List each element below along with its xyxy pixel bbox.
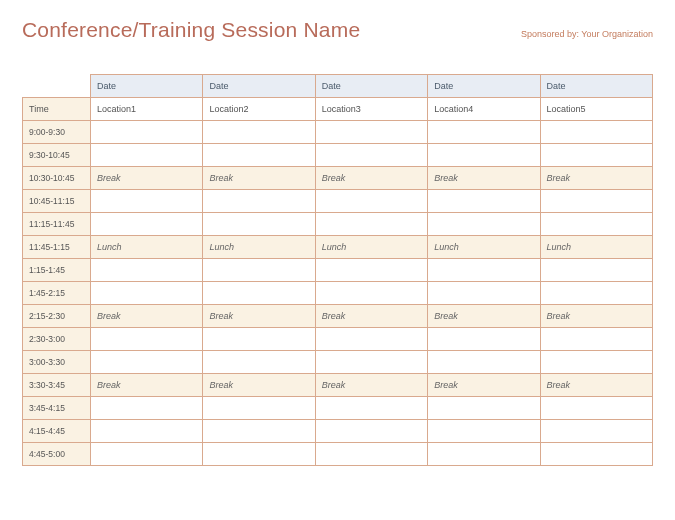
location-header: Location3	[315, 98, 427, 121]
slot-cell	[315, 213, 427, 236]
slot-cell	[203, 420, 315, 443]
sponsor-text: Sponsored by: Your Organization	[521, 29, 653, 39]
slot-cell	[540, 121, 652, 144]
slot-cell	[428, 213, 540, 236]
time-cell: 11:45-1:15	[23, 236, 91, 259]
slot-cell	[91, 213, 203, 236]
slot-cell	[428, 351, 540, 374]
time-cell: 11:15-11:45	[23, 213, 91, 236]
location-header: Location4	[428, 98, 540, 121]
slot-cell	[91, 121, 203, 144]
time-cell: 10:30-10:45	[23, 167, 91, 190]
slot-cell	[315, 190, 427, 213]
page-title: Conference/Training Session Name	[22, 18, 360, 42]
slot-cell: Break	[203, 305, 315, 328]
slot-cell: Break	[203, 374, 315, 397]
slot-cell	[428, 144, 540, 167]
schedule-row: 2:30-3:00	[23, 328, 653, 351]
slot-cell: Lunch	[540, 236, 652, 259]
slot-cell: Lunch	[203, 236, 315, 259]
corner-cell	[23, 75, 91, 98]
slot-cell	[540, 213, 652, 236]
slot-cell	[315, 282, 427, 305]
slot-cell: Break	[428, 305, 540, 328]
schedule-row: 1:45-2:15	[23, 282, 653, 305]
slot-cell	[203, 443, 315, 466]
slot-cell	[91, 282, 203, 305]
date-header: Date	[428, 75, 540, 98]
date-header: Date	[203, 75, 315, 98]
slot-cell: Break	[315, 305, 427, 328]
schedule-row: 3:30-3:45BreakBreakBreakBreakBreak	[23, 374, 653, 397]
slot-cell: Lunch	[428, 236, 540, 259]
location-header: Location1	[91, 98, 203, 121]
slot-cell	[91, 443, 203, 466]
slot-cell: Break	[540, 374, 652, 397]
schedule-body: 9:00-9:309:30-10:4510:30-10:45BreakBreak…	[23, 121, 653, 466]
location-header-row: Time Location1 Location2 Location3 Locat…	[23, 98, 653, 121]
slot-cell: Break	[315, 374, 427, 397]
slot-cell	[428, 121, 540, 144]
schedule-row: 9:30-10:45	[23, 144, 653, 167]
slot-cell	[91, 397, 203, 420]
time-cell: 9:00-9:30	[23, 121, 91, 144]
slot-cell	[428, 190, 540, 213]
slot-cell	[203, 328, 315, 351]
slot-cell	[315, 144, 427, 167]
time-cell: 3:00-3:30	[23, 351, 91, 374]
slot-cell	[91, 144, 203, 167]
slot-cell	[428, 443, 540, 466]
time-column-header: Time	[23, 98, 91, 121]
schedule-row: 3:45-4:15	[23, 397, 653, 420]
slot-cell	[315, 328, 427, 351]
slot-cell	[428, 328, 540, 351]
slot-cell	[540, 420, 652, 443]
slot-cell	[203, 121, 315, 144]
schedule-row: 9:00-9:30	[23, 121, 653, 144]
time-cell: 2:15-2:30	[23, 305, 91, 328]
slot-cell: Break	[540, 305, 652, 328]
time-cell: 4:45-5:00	[23, 443, 91, 466]
slot-cell	[540, 259, 652, 282]
time-cell: 1:15-1:45	[23, 259, 91, 282]
slot-cell	[540, 282, 652, 305]
slot-cell	[91, 259, 203, 282]
slot-cell	[428, 259, 540, 282]
slot-cell: Lunch	[91, 236, 203, 259]
slot-cell: Break	[203, 167, 315, 190]
slot-cell	[540, 397, 652, 420]
date-header-row: Date Date Date Date Date	[23, 75, 653, 98]
time-cell: 1:45-2:15	[23, 282, 91, 305]
schedule-row: 2:15-2:30BreakBreakBreakBreakBreak	[23, 305, 653, 328]
date-header: Date	[315, 75, 427, 98]
slot-cell	[540, 328, 652, 351]
slot-cell	[315, 420, 427, 443]
slot-cell: Lunch	[315, 236, 427, 259]
slot-cell: Break	[315, 167, 427, 190]
time-cell: 3:45-4:15	[23, 397, 91, 420]
slot-cell	[428, 282, 540, 305]
slot-cell	[203, 397, 315, 420]
slot-cell	[315, 121, 427, 144]
location-header: Location5	[540, 98, 652, 121]
slot-cell	[540, 144, 652, 167]
time-cell: 3:30-3:45	[23, 374, 91, 397]
date-header: Date	[91, 75, 203, 98]
slot-cell: Break	[91, 374, 203, 397]
schedule-row: 11:15-11:45	[23, 213, 653, 236]
slot-cell: Break	[540, 167, 652, 190]
location-header: Location2	[203, 98, 315, 121]
slot-cell: Break	[91, 305, 203, 328]
schedule-row: 11:45-1:15LunchLunchLunchLunchLunch	[23, 236, 653, 259]
slot-cell	[540, 190, 652, 213]
slot-cell	[91, 351, 203, 374]
slot-cell	[540, 443, 652, 466]
slot-cell: Break	[91, 167, 203, 190]
slot-cell	[428, 397, 540, 420]
slot-cell	[203, 213, 315, 236]
schedule-row: 3:00-3:30	[23, 351, 653, 374]
slot-cell	[315, 397, 427, 420]
slot-cell	[203, 282, 315, 305]
slot-cell	[315, 351, 427, 374]
schedule-row: 10:30-10:45BreakBreakBreakBreakBreak	[23, 167, 653, 190]
